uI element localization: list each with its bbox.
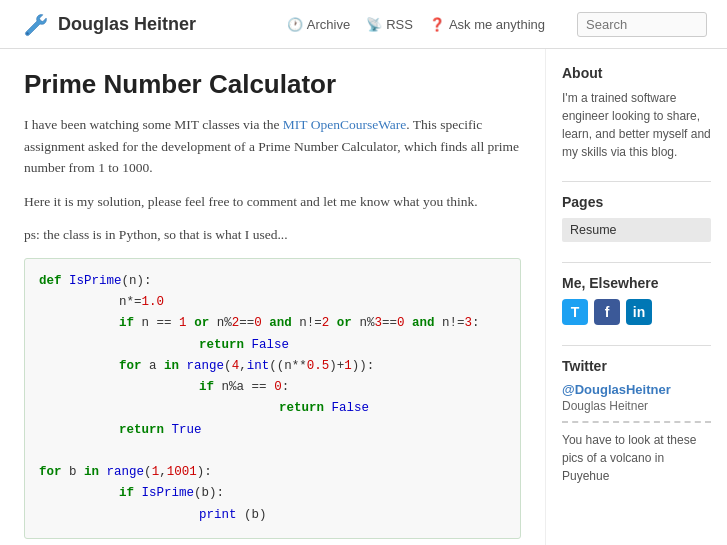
code-line-5: for a in range(4,int((n**0.5)+1)): (39, 356, 506, 377)
site-header: Douglas Heitner 🕐 Archive 📡 RSS ❓ Ask me… (0, 0, 727, 49)
code-line-2: n*=1.0 (39, 292, 506, 313)
code-line-3: if n == 1 or n%2==0 and n!=2 or n%3==0 a… (39, 313, 506, 334)
archive-link[interactable]: 🕐 Archive (287, 17, 350, 32)
post-body: I have been watching some MIT classes vi… (24, 114, 521, 246)
twitter-divider (562, 421, 711, 423)
sidebar-divider-3 (562, 345, 711, 346)
main-nav: 🕐 Archive 📡 RSS ❓ Ask me anything (287, 12, 707, 37)
post-paragraph-3: ps: the class is in Python, so that is w… (24, 224, 521, 246)
sidebar-pages: Pages Resume (562, 194, 711, 242)
rss-link[interactable]: 📡 RSS (366, 17, 413, 32)
site-logo: Douglas Heitner (20, 10, 196, 38)
sidebar-me-elsewhere-heading: Me, Elsewhere (562, 275, 711, 291)
sidebar-twitter-heading: Twitter (562, 358, 711, 374)
code-line-12: print (b) (39, 505, 506, 526)
sidebar-about: About I'm a trained software engineer lo… (562, 65, 711, 161)
ask-link[interactable]: ❓ Ask me anything (429, 17, 545, 32)
page-container: Prime Number Calculator I have been watc… (0, 49, 727, 545)
code-line-8: return True (39, 420, 506, 441)
sidebar-twitter: Twitter @DouglasHeitner Douglas Heitner … (562, 358, 711, 485)
post-paragraph-2: Here it is my solution, please feel free… (24, 191, 521, 213)
archive-icon: 🕐 (287, 17, 303, 32)
code-line-9 (39, 441, 506, 462)
code-line-7: return False (39, 398, 506, 419)
resume-link[interactable]: Resume (562, 218, 711, 242)
rss-icon: 📡 (366, 17, 382, 32)
mit-ocw-link[interactable]: MIT OpenCourseWare (283, 117, 407, 132)
sidebar-divider-2 (562, 262, 711, 263)
linkedin-icon[interactable]: in (626, 299, 652, 325)
sidebar-about-heading: About (562, 65, 711, 81)
code-line-11: if IsPrime(b): (39, 483, 506, 504)
wrench-icon (20, 10, 48, 38)
sidebar-about-text: I'm a trained software engineer looking … (562, 89, 711, 161)
social-icons-container: T f in (562, 299, 711, 325)
code-line-10: for b in range(1,1001): (39, 462, 506, 483)
sidebar: About I'm a trained software engineer lo… (545, 49, 727, 545)
ask-icon: ❓ (429, 17, 445, 32)
post-title: Prime Number Calculator (24, 69, 521, 100)
code-block: def IsPrime(n): n*=1.0 if n == 1 or n%2=… (24, 258, 521, 539)
twitter-icon[interactable]: T (562, 299, 588, 325)
twitter-handle-link[interactable]: @DouglasHeitner (562, 382, 711, 397)
code-line-6: if n%a == 0: (39, 377, 506, 398)
code-line-1: def IsPrime(n): (39, 271, 506, 292)
twitter-snippet: You have to look at these pics of a volc… (562, 431, 711, 485)
sidebar-divider-1 (562, 181, 711, 182)
site-title: Douglas Heitner (58, 14, 196, 35)
twitter-name: Douglas Heitner (562, 399, 711, 413)
sidebar-pages-heading: Pages (562, 194, 711, 210)
sidebar-me-elsewhere: Me, Elsewhere T f in (562, 275, 711, 325)
post-paragraph-1: I have been watching some MIT classes vi… (24, 114, 521, 179)
facebook-icon[interactable]: f (594, 299, 620, 325)
svg-point-1 (26, 32, 28, 34)
code-line-4: return False (39, 335, 506, 356)
search-input[interactable] (577, 12, 707, 37)
main-content: Prime Number Calculator I have been watc… (0, 49, 545, 545)
